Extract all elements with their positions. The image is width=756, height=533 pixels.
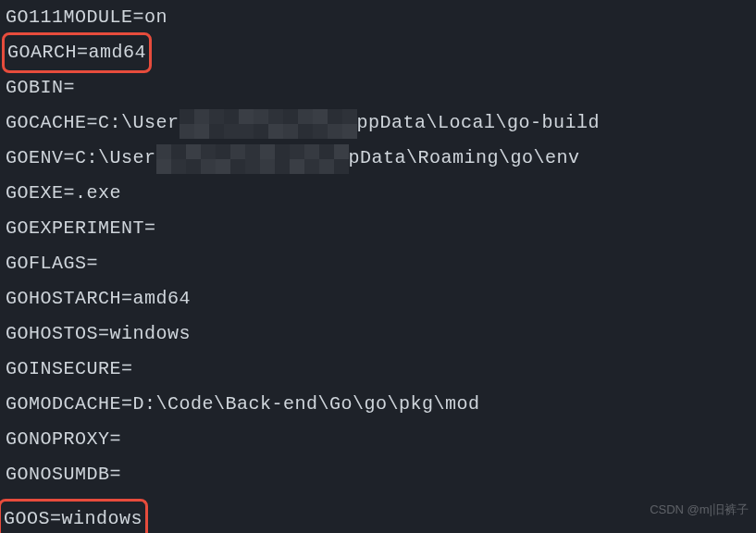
env-line-gomodcache: GOMODCACHE=D:\Code\Back-end\Go\go\pkg\mo…	[6, 387, 756, 422]
env-line-goexperiment: GOEXPERIMENT=	[6, 211, 756, 246]
env-text: GOBIN=	[6, 70, 75, 105]
env-text-prefix: GOENV=C:\User	[6, 141, 156, 176]
env-line-gonoproxy: GONOPROXY=	[6, 422, 756, 457]
env-text: GOHOSTARCH=amd64	[6, 281, 191, 316]
highlight-goarch: GOARCH=amd64	[2, 32, 152, 73]
env-line-go111module: GO111MODULE=on	[6, 0, 756, 35]
env-text-suffix: ppData\Local\go-build	[357, 105, 601, 141]
highlight-goos: GOOS=windows	[0, 499, 148, 534]
env-line-goarch: GOARCH=amd64	[6, 35, 756, 70]
redacted-username-2	[156, 143, 349, 174]
watermark-text: CSDN @m|旧裤子	[650, 502, 749, 516]
env-line-goflags: GOFLAGS=	[6, 246, 756, 281]
redacted-username-1	[180, 107, 357, 139]
env-text: GOEXE=.exe	[6, 176, 121, 211]
env-line-goenv: GOENV=C:\UserpData\Roaming\go\env	[6, 141, 756, 176]
env-text: GOINSECURE=	[6, 352, 133, 387]
env-line-goexe: GOEXE=.exe	[6, 176, 756, 211]
env-text-suffix: pData\Roaming\go\env	[349, 141, 580, 176]
env-text-prefix: GOCACHE=C:\User	[6, 105, 180, 141]
env-text: GOEXPERIMENT=	[6, 211, 156, 246]
env-line-gohostarch: GOHOSTARCH=amd64	[6, 281, 756, 316]
watermark: CSDN @m|旧裤子	[650, 492, 749, 527]
env-text: GOOS=windows	[4, 508, 143, 529]
env-text: GONOPROXY=	[6, 422, 121, 457]
env-line-gonosumdb: GONOSUMDB=	[6, 457, 756, 492]
env-text: GOHOSTOS=windows	[6, 316, 191, 352]
env-line-gohostos: GOHOSTOS=windows	[6, 316, 756, 352]
env-text: GOFLAGS=	[6, 246, 98, 281]
env-line-gobin: GOBIN=	[6, 70, 756, 105]
env-text: GOARCH=amd64	[7, 42, 146, 63]
env-text: GO111MODULE=on	[6, 0, 167, 35]
env-line-gocache: GOCACHE=C:\UserppData\Local\go-build	[6, 105, 756, 141]
env-text: GONOSUMDB=	[6, 457, 121, 492]
env-text: GOMODCACHE=D:\Code\Back-end\Go\go\pkg\mo…	[6, 387, 480, 422]
env-line-goinsecure: GOINSECURE=	[6, 352, 756, 387]
env-line-goos: GOOS=windows	[2, 501, 148, 533]
